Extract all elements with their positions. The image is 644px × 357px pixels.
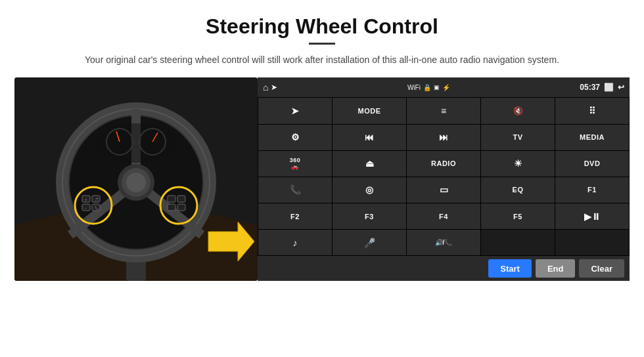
empty-btn-1 — [481, 230, 555, 255]
page-title: Steering Wheel Control — [0, 0, 644, 43]
screen-btn[interactable]: ▭ — [407, 177, 480, 203]
content-row: + 🎵 - 📞 ⌂ — [0, 77, 644, 281]
screen-icon[interactable]: ⬜ — [604, 83, 614, 92]
action-bar: Start End Clear — [258, 256, 630, 281]
svg-text:📞: 📞 — [95, 205, 100, 211]
status-bar: ⌂ ➤ WiFi 🔒 ▣ ⚡ 05:37 ⬜ ↩ — [258, 77, 630, 97]
button-grid: ➤ MODE ≡ 🔇 ⠿ ⚙ ⏮ ⏭ TV MEDIA 360🚗 ⏏ RADIO… — [258, 97, 630, 256]
music-button[interactable]: ♪ — [258, 230, 332, 255]
svg-point-29 — [97, 123, 175, 163]
tv-button[interactable]: TV — [481, 125, 555, 150]
playpause-button[interactable]: ▶⏸ — [555, 203, 629, 229]
status-icons: WiFi 🔒 ▣ ⚡ — [407, 84, 450, 91]
brightness-button[interactable]: ☀ — [481, 151, 555, 177]
start-button[interactable]: Start — [488, 259, 532, 278]
list-button[interactable]: ≡ — [407, 98, 480, 123]
mute-button[interactable]: 🔇 — [481, 98, 555, 123]
bt-icon: ⚡ — [442, 84, 450, 91]
navi-button[interactable]: ◎ — [333, 177, 406, 203]
android-panel: ⌂ ➤ WiFi 🔒 ▣ ⚡ 05:37 ⬜ ↩ ➤ MODE ≡ 🔇 ⠿ — [258, 77, 630, 281]
subtitle: Your original car's steering wheel contr… — [0, 52, 644, 67]
vol-phone-button[interactable]: 🔊/📞 — [407, 230, 480, 255]
end-button[interactable]: End — [536, 259, 576, 278]
f2-button[interactable]: F2 — [258, 203, 332, 229]
home-icon[interactable]: ⌂ — [263, 82, 268, 93]
wifi-icon: WiFi — [407, 84, 421, 91]
cam360-button[interactable]: 360🚗 — [258, 151, 332, 177]
dvd-button[interactable]: DVD — [555, 151, 629, 177]
svg-rect-27 — [168, 204, 175, 211]
prev-button[interactable]: ⏮ — [333, 125, 406, 150]
title-divider — [309, 43, 335, 45]
f4-button[interactable]: F4 — [407, 203, 480, 229]
next-button[interactable]: ⏭ — [407, 125, 480, 150]
eject-button[interactable]: ⏏ — [333, 151, 406, 177]
media-button[interactable]: MEDIA — [555, 125, 629, 150]
svg-rect-25 — [168, 196, 175, 202]
eq-button[interactable]: EQ — [481, 177, 555, 203]
time-display: 05:37 — [580, 83, 600, 92]
mic-button[interactable]: 🎤 — [333, 230, 406, 255]
phone-button[interactable]: 📞 — [258, 177, 332, 203]
svg-text:+: + — [85, 198, 87, 201]
svg-rect-26 — [177, 196, 185, 202]
clear-button[interactable]: Clear — [579, 259, 624, 278]
f5-button[interactable]: F5 — [481, 203, 555, 229]
svg-text:🎵: 🎵 — [95, 198, 99, 202]
f3-button[interactable]: F3 — [333, 203, 406, 229]
sd-icon: ▣ — [434, 84, 440, 91]
status-time: 05:37 ⬜ ↩ — [580, 83, 624, 92]
steering-wheel-image: + 🎵 - 📞 — [14, 77, 258, 281]
nav-button[interactable]: ➤ — [258, 98, 332, 123]
empty-btn-2 — [555, 230, 629, 255]
radio-button[interactable]: RADIO — [407, 151, 480, 177]
back-icon[interactable]: ↩ — [618, 83, 624, 92]
svg-rect-28 — [177, 204, 185, 211]
svg-text:-: - — [85, 206, 86, 210]
lock-icon: 🔒 — [423, 84, 431, 91]
mode-button[interactable]: MODE — [333, 98, 406, 123]
status-left: ⌂ ➤ — [263, 82, 277, 93]
nav-icon: ➤ — [271, 83, 277, 92]
settings-button[interactable]: ⚙ — [258, 125, 332, 150]
apps-button[interactable]: ⠿ — [555, 98, 629, 123]
svg-rect-18 — [82, 204, 90, 211]
f1-button[interactable]: F1 — [555, 177, 629, 203]
svg-point-14 — [126, 173, 146, 192]
